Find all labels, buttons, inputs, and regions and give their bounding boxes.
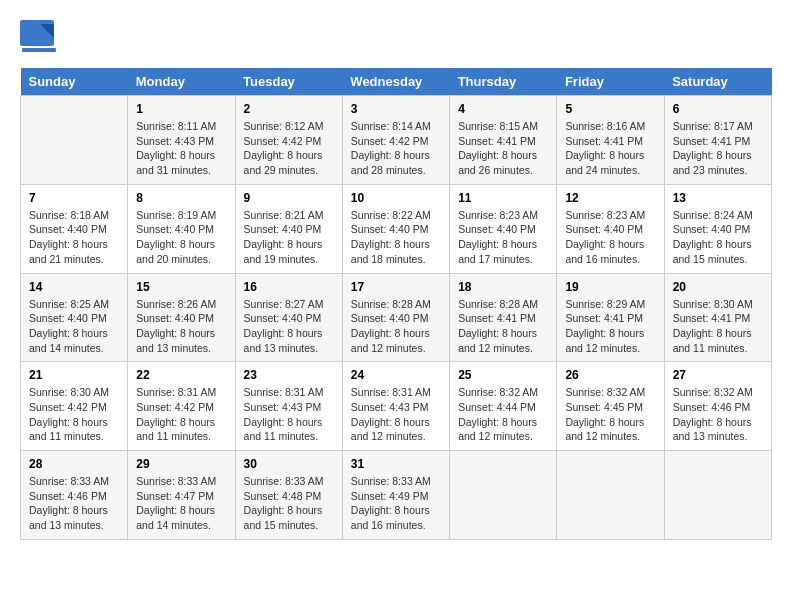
day-number: 23 — [244, 368, 334, 382]
day-number: 25 — [458, 368, 548, 382]
day-info: Sunrise: 8:31 AM Sunset: 4:42 PM Dayligh… — [136, 385, 226, 444]
day-number: 5 — [565, 102, 655, 116]
day-number: 20 — [673, 280, 763, 294]
day-info: Sunrise: 8:33 AM Sunset: 4:48 PM Dayligh… — [244, 474, 334, 533]
day-info: Sunrise: 8:30 AM Sunset: 4:41 PM Dayligh… — [673, 297, 763, 356]
day-info: Sunrise: 8:16 AM Sunset: 4:41 PM Dayligh… — [565, 119, 655, 178]
day-number: 15 — [136, 280, 226, 294]
day-number: 11 — [458, 191, 548, 205]
logo — [20, 20, 60, 52]
day-info: Sunrise: 8:19 AM Sunset: 4:40 PM Dayligh… — [136, 208, 226, 267]
calendar-cell: 23Sunrise: 8:31 AM Sunset: 4:43 PM Dayli… — [235, 362, 342, 451]
day-info: Sunrise: 8:17 AM Sunset: 4:41 PM Dayligh… — [673, 119, 763, 178]
day-info: Sunrise: 8:11 AM Sunset: 4:43 PM Dayligh… — [136, 119, 226, 178]
day-info: Sunrise: 8:29 AM Sunset: 4:41 PM Dayligh… — [565, 297, 655, 356]
day-number: 8 — [136, 191, 226, 205]
day-number: 4 — [458, 102, 548, 116]
day-number: 24 — [351, 368, 441, 382]
calendar-cell: 13Sunrise: 8:24 AM Sunset: 4:40 PM Dayli… — [664, 184, 771, 273]
day-info: Sunrise: 8:28 AM Sunset: 4:41 PM Dayligh… — [458, 297, 548, 356]
day-info: Sunrise: 8:22 AM Sunset: 4:40 PM Dayligh… — [351, 208, 441, 267]
day-number: 21 — [29, 368, 119, 382]
calendar-week-row: 1Sunrise: 8:11 AM Sunset: 4:43 PM Daylig… — [21, 96, 772, 185]
calendar-cell: 14Sunrise: 8:25 AM Sunset: 4:40 PM Dayli… — [21, 273, 128, 362]
day-info: Sunrise: 8:23 AM Sunset: 4:40 PM Dayligh… — [458, 208, 548, 267]
day-number: 12 — [565, 191, 655, 205]
day-number: 26 — [565, 368, 655, 382]
calendar-cell: 12Sunrise: 8:23 AM Sunset: 4:40 PM Dayli… — [557, 184, 664, 273]
calendar-cell: 29Sunrise: 8:33 AM Sunset: 4:47 PM Dayli… — [128, 451, 235, 540]
logo-icon — [20, 20, 56, 52]
day-number: 14 — [29, 280, 119, 294]
day-number: 18 — [458, 280, 548, 294]
calendar-cell: 20Sunrise: 8:30 AM Sunset: 4:41 PM Dayli… — [664, 273, 771, 362]
calendar-week-row: 14Sunrise: 8:25 AM Sunset: 4:40 PM Dayli… — [21, 273, 772, 362]
calendar-cell: 21Sunrise: 8:30 AM Sunset: 4:42 PM Dayli… — [21, 362, 128, 451]
day-info: Sunrise: 8:26 AM Sunset: 4:40 PM Dayligh… — [136, 297, 226, 356]
calendar-cell: 31Sunrise: 8:33 AM Sunset: 4:49 PM Dayli… — [342, 451, 449, 540]
day-number: 29 — [136, 457, 226, 471]
calendar-cell: 27Sunrise: 8:32 AM Sunset: 4:46 PM Dayli… — [664, 362, 771, 451]
calendar-cell: 8Sunrise: 8:19 AM Sunset: 4:40 PM Daylig… — [128, 184, 235, 273]
calendar-cell: 10Sunrise: 8:22 AM Sunset: 4:40 PM Dayli… — [342, 184, 449, 273]
svg-rect-0 — [20, 20, 54, 46]
day-info: Sunrise: 8:12 AM Sunset: 4:42 PM Dayligh… — [244, 119, 334, 178]
day-number: 2 — [244, 102, 334, 116]
calendar-cell: 28Sunrise: 8:33 AM Sunset: 4:46 PM Dayli… — [21, 451, 128, 540]
day-number: 28 — [29, 457, 119, 471]
day-number: 22 — [136, 368, 226, 382]
day-number: 13 — [673, 191, 763, 205]
day-number: 7 — [29, 191, 119, 205]
day-info: Sunrise: 8:33 AM Sunset: 4:47 PM Dayligh… — [136, 474, 226, 533]
day-number: 27 — [673, 368, 763, 382]
calendar-cell: 9Sunrise: 8:21 AM Sunset: 4:40 PM Daylig… — [235, 184, 342, 273]
calendar-cell — [450, 451, 557, 540]
calendar-cell: 6Sunrise: 8:17 AM Sunset: 4:41 PM Daylig… — [664, 96, 771, 185]
day-info: Sunrise: 8:14 AM Sunset: 4:42 PM Dayligh… — [351, 119, 441, 178]
day-info: Sunrise: 8:24 AM Sunset: 4:40 PM Dayligh… — [673, 208, 763, 267]
calendar-cell: 25Sunrise: 8:32 AM Sunset: 4:44 PM Dayli… — [450, 362, 557, 451]
day-info: Sunrise: 8:31 AM Sunset: 4:43 PM Dayligh… — [351, 385, 441, 444]
calendar-week-row: 28Sunrise: 8:33 AM Sunset: 4:46 PM Dayli… — [21, 451, 772, 540]
day-info: Sunrise: 8:31 AM Sunset: 4:43 PM Dayligh… — [244, 385, 334, 444]
day-number: 6 — [673, 102, 763, 116]
day-number: 19 — [565, 280, 655, 294]
day-number: 10 — [351, 191, 441, 205]
day-number: 30 — [244, 457, 334, 471]
day-info: Sunrise: 8:32 AM Sunset: 4:44 PM Dayligh… — [458, 385, 548, 444]
calendar-cell: 7Sunrise: 8:18 AM Sunset: 4:40 PM Daylig… — [21, 184, 128, 273]
calendar-cell — [21, 96, 128, 185]
calendar-cell: 22Sunrise: 8:31 AM Sunset: 4:42 PM Dayli… — [128, 362, 235, 451]
weekday-header-saturday: Saturday — [664, 68, 771, 96]
day-info: Sunrise: 8:25 AM Sunset: 4:40 PM Dayligh… — [29, 297, 119, 356]
calendar-cell: 3Sunrise: 8:14 AM Sunset: 4:42 PM Daylig… — [342, 96, 449, 185]
day-number: 16 — [244, 280, 334, 294]
calendar-cell: 26Sunrise: 8:32 AM Sunset: 4:45 PM Dayli… — [557, 362, 664, 451]
calendar-cell: 17Sunrise: 8:28 AM Sunset: 4:40 PM Dayli… — [342, 273, 449, 362]
calendar-cell — [664, 451, 771, 540]
day-number: 31 — [351, 457, 441, 471]
day-info: Sunrise: 8:27 AM Sunset: 4:40 PM Dayligh… — [244, 297, 334, 356]
day-info: Sunrise: 8:15 AM Sunset: 4:41 PM Dayligh… — [458, 119, 548, 178]
weekday-header-row: SundayMondayTuesdayWednesdayThursdayFrid… — [21, 68, 772, 96]
svg-rect-2 — [22, 48, 56, 52]
calendar-cell: 5Sunrise: 8:16 AM Sunset: 4:41 PM Daylig… — [557, 96, 664, 185]
page-header — [20, 20, 772, 52]
calendar-cell: 16Sunrise: 8:27 AM Sunset: 4:40 PM Dayli… — [235, 273, 342, 362]
weekday-header-monday: Monday — [128, 68, 235, 96]
calendar-cell: 2Sunrise: 8:12 AM Sunset: 4:42 PM Daylig… — [235, 96, 342, 185]
calendar-week-row: 7Sunrise: 8:18 AM Sunset: 4:40 PM Daylig… — [21, 184, 772, 273]
weekday-header-tuesday: Tuesday — [235, 68, 342, 96]
day-info: Sunrise: 8:32 AM Sunset: 4:45 PM Dayligh… — [565, 385, 655, 444]
day-info: Sunrise: 8:32 AM Sunset: 4:46 PM Dayligh… — [673, 385, 763, 444]
day-info: Sunrise: 8:33 AM Sunset: 4:46 PM Dayligh… — [29, 474, 119, 533]
day-info: Sunrise: 8:33 AM Sunset: 4:49 PM Dayligh… — [351, 474, 441, 533]
calendar-table: SundayMondayTuesdayWednesdayThursdayFrid… — [20, 68, 772, 540]
calendar-cell: 18Sunrise: 8:28 AM Sunset: 4:41 PM Dayli… — [450, 273, 557, 362]
day-number: 9 — [244, 191, 334, 205]
day-number: 1 — [136, 102, 226, 116]
weekday-header-thursday: Thursday — [450, 68, 557, 96]
calendar-cell: 19Sunrise: 8:29 AM Sunset: 4:41 PM Dayli… — [557, 273, 664, 362]
day-number: 17 — [351, 280, 441, 294]
calendar-cell: 24Sunrise: 8:31 AM Sunset: 4:43 PM Dayli… — [342, 362, 449, 451]
